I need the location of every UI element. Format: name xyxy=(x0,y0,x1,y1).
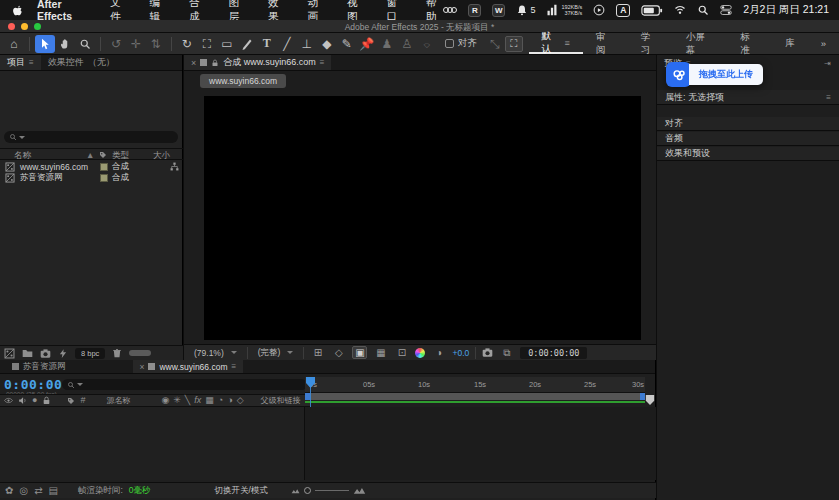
expand-layer-switches-icon[interactable]: ✿ xyxy=(5,486,13,496)
network-speed-indicator[interactable]: 192KB/s 37KB/s xyxy=(546,4,582,16)
grid-guides-options-icon[interactable]: ⊞ xyxy=(310,347,325,358)
hand-tool-icon[interactable] xyxy=(55,35,75,53)
clone-stamp-tool-icon[interactable]: ⊥ xyxy=(297,35,317,53)
project-row-1[interactable]: www.suyin66.com 合成 xyxy=(0,161,183,172)
rings-app-icon[interactable] xyxy=(443,7,457,13)
rotation-tool-icon[interactable]: ↻ xyxy=(177,35,197,53)
expand-in-out-icon[interactable]: ⇄ xyxy=(34,486,42,496)
lock-icon[interactable] xyxy=(211,59,219,67)
wifi-icon[interactable] xyxy=(674,4,686,16)
label-column-icon[interactable] xyxy=(99,151,107,159)
grid-options-icon[interactable]: ⛶ xyxy=(505,36,523,52)
puppet-pin-tool-icon[interactable]: 📌 xyxy=(357,35,377,53)
panel-menu-icon[interactable]: ≡ xyxy=(29,58,34,67)
show-snapshot-icon[interactable]: ⧉ xyxy=(499,347,514,359)
parent-link-column[interactable]: 父级和链接 xyxy=(261,395,301,406)
thumbnail-size-slider[interactable] xyxy=(129,350,151,356)
snap-checkbox-icon[interactable] xyxy=(445,39,454,48)
fx-icon[interactable]: fx xyxy=(194,396,201,405)
label-color-swatch[interactable] xyxy=(100,174,108,182)
label-column-icon[interactable] xyxy=(67,397,75,405)
exposure-gamma-icon[interactable]: ⊡ xyxy=(394,347,409,358)
mask-visibility-icon[interactable]: ◇ xyxy=(331,347,346,358)
quality-icon[interactable]: ╲ xyxy=(185,396,190,405)
audio-panel-header[interactable]: 音频 xyxy=(657,132,839,146)
apple-menu-icon[interactable] xyxy=(12,3,23,17)
r-app-icon[interactable]: R xyxy=(468,4,481,17)
zoom-out-mountain-icon[interactable] xyxy=(291,488,300,494)
notification-indicator[interactable]: 5 xyxy=(516,4,535,16)
menubar-clock[interactable]: 2月2日 周日 21:21 xyxy=(743,3,829,17)
brush-tool-icon[interactable]: ╱ xyxy=(277,35,297,53)
workspace-overflow-chevron[interactable]: » xyxy=(808,33,839,54)
tab-effect-controls[interactable]: 效果控件 （无） xyxy=(41,55,122,70)
control-center-icon[interactable] xyxy=(720,4,732,16)
menubar-app-name[interactable]: After Effects xyxy=(37,0,94,22)
layer-number-column[interactable]: # xyxy=(80,396,85,405)
scale-icon[interactable]: ⤡ xyxy=(485,35,505,53)
color-management-icon[interactable] xyxy=(415,348,425,358)
spotlight-search-icon[interactable] xyxy=(697,4,709,16)
zoom-slider-knob[interactable] xyxy=(304,487,311,494)
render-engine-icon[interactable] xyxy=(58,348,68,359)
rectangle-tool-icon[interactable]: ▭ xyxy=(217,35,237,53)
color-depth-button[interactable]: 8 bpc xyxy=(75,348,105,359)
zoom-tool-icon[interactable] xyxy=(75,35,95,53)
eraser-tool-icon[interactable]: ◆ xyxy=(317,35,337,53)
workspace-small-screen[interactable]: 小屏幕 xyxy=(673,33,727,54)
cloud-upload-overlay[interactable]: 拖拽至此上传 xyxy=(666,62,763,87)
solo-icon[interactable]: ● xyxy=(32,396,37,405)
lock-column-icon[interactable] xyxy=(42,396,51,405)
workspace-default[interactable]: 默认≡ xyxy=(529,33,583,54)
render-time-meter-icon[interactable]: ▤ xyxy=(49,486,58,496)
align-panel-header[interactable]: 对齐 xyxy=(657,117,839,131)
go-to-end-icon[interactable]: ⇥ xyxy=(824,59,831,68)
layer-track-area[interactable] xyxy=(0,407,656,480)
project-row-2[interactable]: 苏音资源网 合成 xyxy=(0,172,183,183)
workspace-learn[interactable]: 学习 xyxy=(628,33,673,54)
play-circle-icon[interactable] xyxy=(593,4,605,16)
panel-menu-icon[interactable]: ≡ xyxy=(232,362,237,371)
shy-icon[interactable]: ◉ xyxy=(161,396,169,405)
preview-timecode[interactable]: 0:00:00:00 xyxy=(520,347,587,359)
workspace-standard[interactable]: 标准 xyxy=(727,33,772,54)
collapse-transform-icon[interactable]: ✳ xyxy=(173,396,181,405)
work-area-bar[interactable] xyxy=(305,393,645,400)
reset-exposure-icon[interactable]: ◑ xyxy=(431,347,446,358)
frame-blend-icon[interactable]: ▦ xyxy=(205,396,214,405)
exposure-value[interactable]: +0.0 xyxy=(452,348,469,358)
close-tab-icon[interactable]: × xyxy=(140,362,145,372)
close-tab-icon[interactable]: × xyxy=(191,58,196,68)
w-app-icon[interactable]: W xyxy=(492,4,505,17)
pan-behind-tool-icon[interactable]: ⛶ xyxy=(197,35,217,53)
timeline-search-input[interactable] xyxy=(62,379,307,390)
timeline-tab-inactive[interactable]: 苏音资源网 xyxy=(0,360,73,373)
expand-transfer-controls-icon[interactable]: ◎ xyxy=(19,486,28,496)
pen-tool-icon[interactable] xyxy=(237,35,257,53)
lasso-icon[interactable]: ⌔ xyxy=(417,35,437,53)
adjustment-layer-icon[interactable]: ◑ xyxy=(227,396,232,405)
pan-camera-tool-icon[interactable]: ✛ xyxy=(126,35,146,53)
workspace-libraries[interactable]: 库 xyxy=(772,33,808,54)
interpret-footage-icon[interactable] xyxy=(4,348,15,359)
panel-menu-icon[interactable]: ≡ xyxy=(320,58,325,67)
sort-arrow-icon[interactable]: ▲ xyxy=(86,150,94,160)
workspace-review[interactable]: 审阅 xyxy=(583,33,628,54)
zoom-in-mountain-icon[interactable] xyxy=(353,486,366,495)
source-name-column[interactable]: 源名称 xyxy=(106,395,130,406)
toggle-switches-button[interactable]: 切换开关/模式 xyxy=(215,485,268,497)
video-eye-icon[interactable] xyxy=(4,396,13,405)
tab-composition-viewer[interactable]: × 合成 www.suyin66.com ≡ xyxy=(184,55,331,70)
composition-view[interactable] xyxy=(204,96,641,340)
workspace-menu-icon[interactable]: ≡ xyxy=(565,38,570,48)
dolly-camera-tool-icon[interactable]: ⇅ xyxy=(146,35,166,53)
type-tool-icon[interactable]: T xyxy=(257,35,277,53)
layer-list-area[interactable] xyxy=(0,407,305,480)
usage-flowchart-icon[interactable] xyxy=(170,162,179,171)
threed-layer-icon[interactable]: ◇ xyxy=(237,396,244,405)
project-search-input[interactable] xyxy=(4,131,178,143)
magnification-dropdown[interactable]: (79.1%) xyxy=(190,348,241,358)
resolution-dropdown[interactable]: (完整) xyxy=(254,347,298,359)
input-method-badge[interactable]: A xyxy=(616,4,630,17)
time-ruler[interactable]: 0s 05s 10s 15s 20s 25s 30s xyxy=(305,377,645,393)
